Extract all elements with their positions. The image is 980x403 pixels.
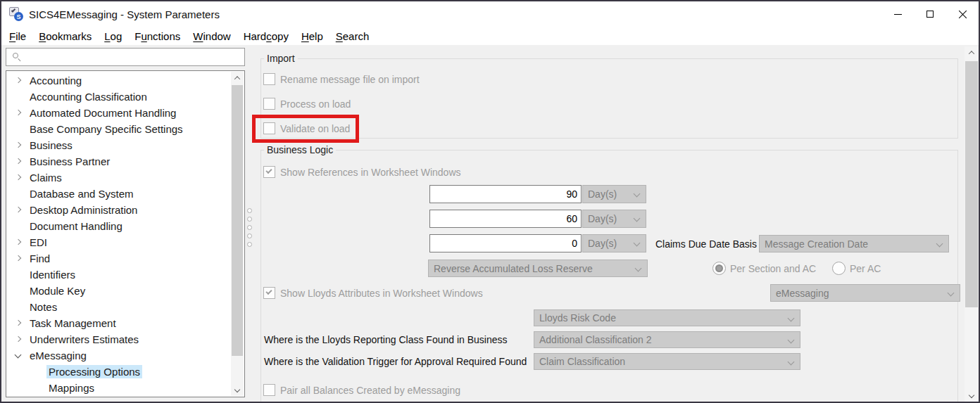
tree-item[interactable]: Notes — [6, 299, 231, 315]
checkbox-icon[interactable] — [263, 287, 275, 299]
tree-item[interactable]: Document Handling — [6, 218, 231, 234]
minimize-button[interactable] — [881, 1, 914, 27]
tree-item-label: Database and System — [27, 187, 136, 200]
tree-item[interactable]: Identifiers — [6, 267, 231, 283]
tree-expand-icon[interactable] — [13, 92, 23, 102]
day-value-input-3[interactable] — [429, 234, 582, 252]
tree-expand-icon[interactable] — [13, 351, 23, 361]
scrollbar-thumb[interactable] — [232, 85, 243, 356]
tree-expand-icon[interactable] — [13, 108, 23, 118]
tree-expand-icon[interactable] — [13, 205, 23, 215]
tree-item[interactable]: Database and System — [6, 186, 231, 202]
tree-item-label: Find — [27, 252, 52, 265]
tree-item[interactable]: eMessaging — [6, 347, 231, 364]
tree-expand-icon[interactable] — [13, 302, 23, 312]
sics-logo-icon: S — [14, 12, 23, 21]
menu-item[interactable]: Bookmarks — [32, 29, 98, 44]
maximize-button[interactable] — [914, 1, 946, 27]
tree-scrollbar[interactable] — [231, 72, 244, 396]
show-references-checkbox[interactable]: Show References in Worksheet Windows — [263, 166, 461, 178]
tree-item[interactable]: Claims — [6, 169, 231, 186]
menu-item[interactable]: Functions — [128, 29, 187, 44]
tree-item[interactable]: Processing Options — [6, 364, 231, 380]
menu-item-text: ile — [15, 30, 26, 42]
tree-expand-icon[interactable] — [13, 238, 23, 248]
reverse-accumulated-loss-reserve-select[interactable]: Reverse Accumulated Loss Reserve — [428, 260, 648, 277]
main-scrollbar[interactable] — [965, 46, 979, 402]
tree-item[interactable]: Find — [6, 250, 231, 267]
scroll-up-button[interactable] — [231, 72, 244, 84]
day-unit-select-1[interactable]: Day(s) — [582, 185, 646, 203]
checkbox-label: Rename message file on import — [280, 74, 420, 85]
tree-expand-icon[interactable] — [13, 319, 23, 328]
day-value-input-1[interactable] — [429, 185, 582, 203]
menu-item[interactable]: File — [3, 29, 32, 44]
tree-item[interactable]: EDI — [6, 234, 231, 250]
tree-item[interactable]: Automated Document Handling — [6, 105, 231, 121]
tree-item[interactable]: Business — [6, 137, 231, 153]
tree-search-box — [6, 48, 245, 66]
tree-item[interactable]: Desktop Administration — [6, 202, 231, 218]
checkbox-icon[interactable] — [263, 384, 275, 396]
import-group-title: Import — [264, 53, 298, 64]
rename-message-file-checkbox[interactable]: Rename message file on import — [263, 73, 420, 85]
menu-item[interactable]: Log — [98, 29, 128, 44]
day-unit-select-3[interactable]: Day(s) — [582, 234, 646, 252]
tree-expand-icon[interactable] — [13, 335, 23, 345]
tree-expand-icon[interactable] — [13, 157, 23, 167]
tree-expand-icon[interactable] — [13, 189, 23, 199]
tree-expand-icon[interactable] — [13, 173, 23, 183]
tree-expand-icon[interactable] — [13, 124, 23, 134]
emessaging-select[interactable]: eMessaging — [770, 284, 960, 302]
panel-splitter[interactable] — [246, 45, 255, 402]
tree-expand-icon[interactable] — [13, 270, 23, 280]
tree-item-label: Business — [27, 139, 75, 152]
tree-item[interactable]: Accounting — [6, 72, 231, 89]
tree-item[interactable]: Accounting Classification — [6, 89, 231, 105]
select-value: Claim Classification — [539, 356, 625, 367]
day-value-input-2[interactable] — [429, 210, 582, 228]
process-on-load-checkbox[interactable]: Process on load — [263, 98, 351, 110]
tree-expand-icon[interactable] — [13, 254, 23, 264]
lloyds-reporting-class-select[interactable]: Additional Classification 2 — [534, 331, 800, 348]
per-section-and-ac-radio[interactable]: Per Section and AC — [712, 262, 816, 275]
tree-item[interactable]: Base Company Specific Settings — [6, 121, 231, 137]
menu-item[interactable]: Hardcopy — [237, 29, 295, 44]
claims-due-date-basis-select[interactable]: Message Creation Date — [759, 235, 949, 252]
tree-expand-icon[interactable] — [13, 141, 23, 151]
menu-item[interactable]: Help — [295, 29, 329, 44]
scroll-up-button[interactable] — [965, 46, 979, 59]
tree-item[interactable]: Task Management — [6, 315, 231, 331]
tree-item[interactable]: Module Key — [6, 283, 231, 299]
scrollbar-thumb[interactable] — [965, 61, 978, 307]
scroll-down-button[interactable] — [231, 383, 244, 396]
lloyds-risk-code-select[interactable]: Lloyds Risk Code — [534, 309, 800, 326]
chevron-down-icon — [936, 241, 943, 248]
tree-item[interactable]: Mappings — [6, 380, 231, 396]
pair-balances-checkbox[interactable]: Pair all Balances Created by eMessaging — [263, 384, 460, 396]
tree-item[interactable]: Business Partner — [6, 153, 231, 169]
validation-trigger-select[interactable]: Claim Classification — [534, 353, 800, 370]
splitter-grip-dot — [247, 217, 252, 222]
menu-item[interactable]: Search — [329, 29, 376, 44]
splitter-grip-dot — [247, 225, 252, 230]
scroll-down-button[interactable] — [965, 389, 979, 402]
checkbox-icon[interactable] — [263, 73, 275, 85]
radio-icon[interactable] — [712, 262, 726, 275]
app-icon: S — [9, 7, 23, 21]
checkbox-icon[interactable] — [263, 166, 275, 178]
tree-expand-icon[interactable] — [13, 76, 23, 86]
checkbox-icon[interactable] — [263, 98, 275, 110]
menu-item[interactable]: Window — [187, 29, 237, 44]
select-value: Reverse Accumulated Loss Reserve — [434, 263, 593, 274]
show-lloyds-attributes-checkbox[interactable]: Show Lloyds Attributes in Worksheet Wind… — [263, 287, 483, 299]
radio-icon[interactable] — [832, 262, 846, 275]
tree-item[interactable]: Underwriters Estimates — [6, 331, 231, 347]
tree-item-label: Mappings — [46, 381, 96, 395]
per-ac-radio[interactable]: Per AC — [832, 262, 881, 275]
close-button[interactable] — [946, 1, 979, 27]
search-input[interactable] — [21, 49, 244, 65]
day-unit-select-2[interactable]: Day(s) — [582, 210, 646, 228]
tree-expand-icon[interactable] — [13, 286, 23, 296]
tree-expand-icon[interactable] — [13, 222, 23, 231]
